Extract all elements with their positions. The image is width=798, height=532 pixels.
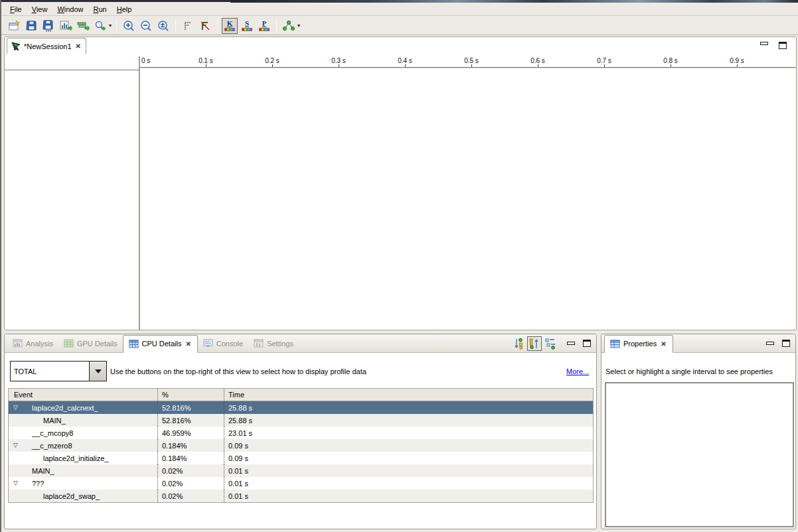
percent-cell: 0.184%: [157, 439, 224, 452]
minimize-icon[interactable]: [760, 42, 768, 45]
zoom-in-button[interactable]: [121, 18, 137, 34]
session-icon: [11, 42, 21, 51]
stream-color-button[interactable]: S: [239, 18, 255, 34]
table-row[interactable]: __c_mcopy8 46.959% 23.01 s: [9, 427, 593, 439]
event-cell: MAIN_: [14, 417, 66, 425]
marker-run-button[interactable]: [180, 18, 196, 34]
close-icon[interactable]: ✕: [75, 42, 82, 50]
time-cell: 23.01 s: [224, 427, 593, 439]
cpu-details-icon: [129, 340, 139, 348]
console-icon: [203, 339, 213, 348]
toolbar-separator: [217, 19, 218, 33]
maximize-icon[interactable]: [779, 42, 787, 49]
save-as-icon: [42, 20, 54, 32]
table-row[interactable]: laplace2d_initialize_ 0.184% 0.09 s: [9, 452, 593, 464]
bottom-up-view-button[interactable]: [527, 336, 542, 351]
menu-view[interactable]: View: [30, 4, 50, 15]
marker-norun-icon: [200, 21, 210, 31]
close-icon[interactable]: ✕: [185, 340, 191, 348]
top-down-view-icon: [513, 338, 524, 350]
menu-run[interactable]: Run: [92, 4, 109, 15]
minimize-icon[interactable]: [567, 342, 575, 345]
locate-button[interactable]: [92, 18, 108, 34]
tab-analysis[interactable]: Analysis: [7, 334, 58, 352]
tab-gpu-details[interactable]: GPU Details: [58, 334, 123, 352]
timeline-ruler-groove[interactable]: [139, 67, 796, 69]
toolbar-separator: [276, 19, 277, 33]
table-row[interactable]: ▽__c_mzero8 0.184% 0.09 s: [9, 439, 593, 452]
event-cell: laplace2d_calcnext_: [14, 404, 98, 412]
percent-cell: 52.816%: [157, 414, 224, 427]
tab-properties[interactable]: Properties ✕: [604, 335, 673, 353]
column-header-time[interactable]: Time: [224, 389, 593, 401]
stream-color-icon: S: [242, 20, 252, 31]
export-timeline-button[interactable]: [75, 18, 91, 34]
table-row[interactable]: laplace2d_swap_ 0.02% 0.01 s: [9, 490, 593, 502]
menu-file[interactable]: File: [8, 4, 24, 15]
tab-console[interactable]: Console: [198, 334, 248, 352]
display-mode-combo[interactable]: TOTAL: [10, 361, 107, 381]
timeline-editor: *NewSession1 ✕ 0 s 0.1 s 0.2 s 0.3 s 0.4…: [4, 36, 797, 330]
properties-panel: Properties ✕ Select or highlight a singl…: [601, 334, 796, 529]
new-session-button[interactable]: [6, 18, 22, 34]
session-tab[interactable]: *NewSession1 ✕: [7, 38, 86, 54]
zoom-fit-button[interactable]: [155, 18, 171, 34]
event-cell: __c_mzero8: [14, 442, 72, 450]
maximize-icon[interactable]: [583, 340, 591, 347]
tree-expander-icon[interactable]: ▽: [13, 442, 18, 448]
menu-window[interactable]: Window: [55, 4, 85, 15]
export-chart-button[interactable]: [58, 18, 74, 34]
menubar: File View Window Run Help: [1, 3, 798, 16]
marker-norun-button[interactable]: [197, 18, 213, 34]
close-icon[interactable]: ✕: [660, 340, 667, 348]
ruler-tick-label: 0.3 s: [331, 57, 346, 64]
tree-expander-icon[interactable]: ▽: [13, 404, 18, 411]
zoom-fit-icon: [157, 20, 169, 32]
combo-dropdown-button[interactable]: [90, 361, 107, 381]
main-toolbar: ▾: [1, 17, 798, 35]
flat-view-button[interactable]: [543, 336, 558, 351]
time-cell: 25.88 s: [224, 414, 593, 427]
table-row[interactable]: MAIN_ 52.816% 25.88 s: [9, 414, 593, 427]
more-link[interactable]: More...: [566, 367, 589, 375]
locate-dropdown-caret[interactable]: ▾: [109, 23, 112, 29]
ruler-tick-label: 0.5 s: [464, 57, 479, 64]
timeline-splitter[interactable]: [139, 56, 140, 330]
zoom-out-button[interactable]: [138, 18, 154, 34]
tab-cpu-details[interactable]: CPU Details ✕: [123, 335, 198, 353]
top-down-view-button[interactable]: [511, 336, 526, 351]
percent-cell: 52.816%: [157, 401, 224, 414]
zoom-in-icon: [123, 20, 135, 32]
process-color-button[interactable]: P: [256, 18, 272, 34]
time-cell: 0.09 s: [224, 452, 593, 464]
column-header-event[interactable]: Event: [9, 389, 157, 401]
call-tree-button[interactable]: [281, 18, 297, 34]
call-tree-dropdown-caret[interactable]: ▾: [297, 23, 300, 29]
properties-icon: [610, 340, 620, 348]
kernel-color-button[interactable]: K: [222, 18, 238, 34]
table-row[interactable]: ▽??? 0.02% 0.01 s: [9, 477, 593, 490]
tab-analysis-label: Analysis: [26, 340, 53, 348]
column-header-percent[interactable]: %: [157, 389, 224, 401]
settings-icon: [254, 339, 264, 348]
maximize-icon[interactable]: [782, 340, 790, 347]
tab-settings[interactable]: Settings: [248, 334, 299, 352]
minimize-icon[interactable]: [766, 342, 774, 345]
table-row[interactable]: MAIN_ 0.02% 0.01 s: [9, 464, 593, 477]
menu-help[interactable]: Help: [115, 4, 134, 15]
toolbar-separator: [116, 19, 117, 33]
properties-tabbar: Properties ✕: [601, 334, 795, 353]
session-tab-label: *NewSession1: [24, 42, 72, 50]
ruler-tick-label: 0.2 s: [265, 57, 279, 64]
combo-value[interactable]: TOTAL: [10, 361, 90, 381]
tree-expander-icon[interactable]: ▽: [13, 480, 18, 486]
time-cell: 0.01 s: [224, 464, 593, 477]
table-header-row: Event % Time: [9, 389, 593, 401]
save-button[interactable]: [23, 18, 39, 34]
ruler-tick-label: 0 s: [141, 57, 150, 64]
details-panel: Analysis GPU Details CPU Details ✕ Cons: [4, 334, 597, 529]
table-row[interactable]: ▽laplace2d_calcnext_ 52.816% 25.88 s: [9, 401, 593, 414]
locate-icon: [94, 20, 107, 32]
save-as-button[interactable]: [40, 18, 56, 34]
gpu-details-icon: [64, 339, 74, 348]
